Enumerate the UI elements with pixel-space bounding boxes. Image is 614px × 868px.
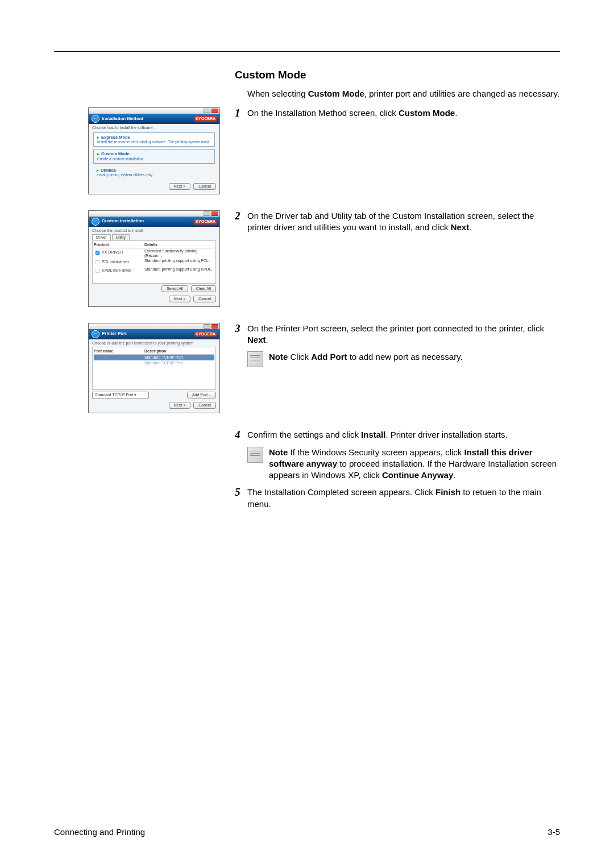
text: . [266,335,268,344]
text: Click [288,352,311,362]
option-express-mode: ▸Express Mode Install the recommended pr… [93,132,215,147]
option-title: Utilities [101,168,116,173]
add-port-button: Add Port... [187,392,216,398]
cancel-button: Cancel [193,296,216,302]
step-1: 1 On the Installation Method screen, cli… [235,107,560,119]
button-row: Select All Clear All [89,284,219,294]
bold: Custom Mode [399,108,455,118]
intro-text-2: , printer port and utilities are changed… [364,89,559,98]
port-add-row: Standard TCP/IP Port ▾ Add Port... [89,390,219,400]
step-4: 4 Confirm the settings and click Install… [235,429,560,441]
window-titlebar [89,108,219,114]
note-label: Note [269,352,288,362]
minimize-icon [204,324,210,329]
step-text: On the Printer Port screen, select the p… [247,323,560,346]
text: to add new port as necessary. [347,352,463,362]
text: . [455,108,457,118]
cell: Standard TCP/IP Port [144,355,214,360]
footer-left: Connecting and Printing [54,827,145,837]
tab-driver: Driver [92,234,111,240]
note-icon [247,351,263,367]
kyocera-logo: KYOCERA [194,116,217,122]
back-icon: ← [92,218,99,226]
note-text: Note Click Add Port to add new port as n… [269,351,560,363]
next-button: Next > [169,296,190,302]
cell: Standard TCP/IP Port [144,361,214,366]
intro-text: When selecting [247,89,308,98]
back-icon: ← [92,115,99,123]
minimize-icon [204,211,210,216]
row-step-1: ←Installation Method KYOCERA Choose how … [54,107,560,194]
dialog-title: Installation Method [102,117,143,122]
step-text: Confirm the settings and click Install. … [247,429,560,441]
text: . [469,222,471,232]
cell: Extended functionality printing (Recom..… [144,249,214,258]
bold: Continue Anyway [382,470,453,480]
screenshot-custom-installation: ←Custom Installation KYOCERA Choose the … [88,210,220,307]
button-row: Next > Cancel [89,400,219,410]
step-text: The Installation Completed screen appear… [247,487,560,510]
col-details: Details [144,243,214,247]
arrow-icon: ▸ [97,168,99,172]
step-5: 5 The Installation Completed screen appe… [235,487,560,510]
table-row: KX DRIVERExtended functionality printing… [94,248,214,258]
cell: PCL mini-driver [102,260,129,264]
step-text: On the Installation Method screen, click… [247,107,560,119]
table-row: PCL mini-driverStandard printing support… [94,258,214,267]
option-custom-mode: ▸Custom Mode Create a custom installatio… [93,149,215,163]
text: The Installation Completed screen appear… [247,487,435,497]
option-utilities: ▸Utilities Install printing system utili… [93,166,215,179]
brand-bar: ←Printer Port KYOCERA [89,329,219,339]
row-step-2: ←Custom Installation KYOCERA Choose the … [54,210,560,307]
dialog-hint: Choose or add the port connected to your… [92,341,216,346]
driver-table: ProductDetails KX DRIVERExtended functio… [92,240,216,284]
checkbox [96,251,99,255]
screenshot-printer-port: ←Printer Port KYOCERA Choose or add the … [88,323,220,413]
screenshot-installation-method: ←Installation Method KYOCERA Choose how … [88,107,220,194]
text: On the Driver tab and Utility tab of the… [247,211,534,232]
document-page: Custom Mode When selecting Custom Mode, … [0,0,614,868]
arrow-icon: ▸ [97,152,99,156]
step-number: 4 [235,429,247,441]
dialog-title: Custom Installation [102,219,144,224]
dialog-hint: Choose the product to install. [92,229,216,233]
brand-bar: ←Custom Installation KYOCERA [89,217,219,227]
col-product: Product [94,243,144,247]
table-row: Standard TCP/IP Port [94,360,214,366]
button-row: Next > Cancel [89,294,219,304]
col-desc: Description [144,349,214,354]
next-button: Next > [169,183,190,190]
port-type-dropdown: Standard TCP/IP Port ▾ [92,392,149,398]
minimize-icon [204,109,210,113]
content-area: Custom Mode When selecting Custom Mode, … [54,69,560,516]
window-titlebar [89,323,219,329]
note-block: Note If the Windows Security screen appe… [247,447,560,481]
button-row: Next > Cancel [89,181,219,192]
back-icon: ← [92,330,99,338]
intro-paragraph: When selecting Custom Mode, printer port… [247,88,560,99]
tab-utility: Utility [112,234,130,240]
tab-bar: Driver Utility [92,234,216,240]
checkbox [96,269,99,273]
top-rule [54,51,560,52]
bold: Finish [435,487,460,497]
clear-all-button: Clear All [191,285,216,292]
bold: Next [247,335,266,344]
section-heading: Custom Mode [235,69,560,81]
arrow-icon: ▸ [97,135,99,139]
step-text: On the Driver tab and Utility tab of the… [247,210,560,234]
close-icon [211,211,218,216]
table-row-selected: Standard TCP/IP Port [94,355,214,360]
close-icon [211,109,218,113]
bold: Install [361,430,385,439]
port-table: Port nameDescription Standard TCP/IP Por… [92,347,216,390]
option-desc: Install the recommended printing softwar… [97,140,211,144]
note-icon [247,447,263,463]
page-footer: Connecting and Printing 3-5 [54,827,560,837]
bold: Next [451,222,470,232]
text: . Printer driver installation starts. [385,430,507,439]
option-title: Express Mode [101,135,130,140]
footer-right: 3-5 [547,827,560,837]
step-2: 2 On the Driver tab and Utility tab of t… [235,210,560,234]
text: . [453,470,455,480]
